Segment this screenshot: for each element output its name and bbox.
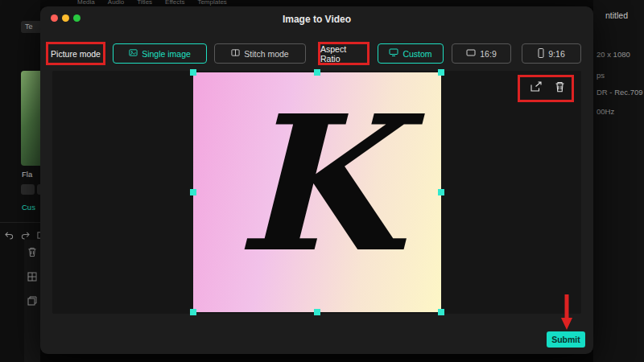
aspect-ratio-label-text: Aspect Ratio	[320, 44, 367, 64]
picture-mode-label: Picture mode	[46, 42, 105, 65]
property-resolution: 20 x 1080	[597, 50, 630, 59]
property-refresh-rate: 00Hz	[597, 107, 614, 116]
aspect-ratio-label: Aspect Ratio	[318, 42, 369, 65]
submit-button[interactable]: Submit	[547, 331, 585, 348]
property-color-space: DR - Rec.709	[597, 88, 643, 97]
media-name-label: Fla	[22, 170, 32, 179]
property-fps: ps	[597, 71, 605, 80]
stitch-mode-button[interactable]: Stitch mode	[214, 43, 306, 64]
aspect-custom-button[interactable]: Custom	[378, 43, 444, 64]
annotation-arrow-submit	[559, 293, 574, 335]
grid-icon[interactable]	[27, 270, 37, 285]
app-menubar: Media Audio Titles Effects Templates	[0, 0, 644, 6]
menubar-items: Media Audio Titles Effects Templates	[77, 0, 227, 6]
selection-handle-mid-right[interactable]	[438, 189, 444, 195]
preview-area: K	[52, 71, 581, 314]
aspect-custom-label: Custom	[402, 49, 431, 59]
selection-handle-mid-left[interactable]	[190, 189, 196, 195]
menubar-item-templates[interactable]: Templates	[197, 0, 226, 6]
panel-divider	[0, 222, 40, 223]
annotation-box-preview-actions	[518, 75, 574, 102]
selection-handle-top-left[interactable]	[190, 69, 196, 76]
modal-title: Image to Video	[40, 14, 593, 25]
stitch-mode-label: Stitch mode	[244, 49, 288, 59]
menubar-item-media[interactable]: Media	[77, 0, 95, 6]
phone-icon	[538, 48, 544, 60]
letter-k-glyph: K	[236, 91, 398, 278]
single-image-button[interactable]: Single image	[113, 43, 207, 64]
image-icon	[129, 48, 138, 59]
landscape-icon	[466, 48, 476, 59]
preview-image[interactable]: K	[193, 72, 441, 312]
image-to-video-modal: Image to Video Picture mode Single image…	[40, 6, 593, 354]
layers-icon[interactable]	[27, 294, 37, 309]
selection-handle-bottom-mid[interactable]	[314, 309, 320, 315]
selection-handle-bottom-left[interactable]	[190, 309, 196, 315]
aspect-9-16-button[interactable]: 9:16	[522, 43, 581, 64]
stitch-icon	[231, 48, 240, 59]
project-title: ntitled	[605, 10, 628, 20]
media-action-button[interactable]	[21, 184, 35, 195]
aspect-9-16-label: 9:16	[548, 49, 564, 59]
aspect-16-9-label: 16:9	[480, 49, 496, 59]
selection-handle-bottom-right[interactable]	[438, 309, 444, 315]
aspect-16-9-button[interactable]: 16:9	[452, 43, 511, 64]
selection-handle-top-right[interactable]	[438, 69, 444, 76]
selection-handle-top-mid[interactable]	[314, 69, 320, 76]
picture-mode-label-text: Picture mode	[51, 49, 101, 59]
menubar-item-titles[interactable]: Titles	[137, 0, 152, 6]
monitor-icon	[389, 48, 398, 59]
menubar-item-effects[interactable]: Effects	[165, 0, 184, 6]
undo-icon[interactable]	[5, 228, 14, 243]
media-link[interactable]: Cus	[22, 203, 35, 212]
delete-icon[interactable]	[27, 246, 37, 261]
menubar-item-audio[interactable]: Audio	[108, 0, 124, 6]
single-image-label: Single image	[142, 49, 191, 59]
